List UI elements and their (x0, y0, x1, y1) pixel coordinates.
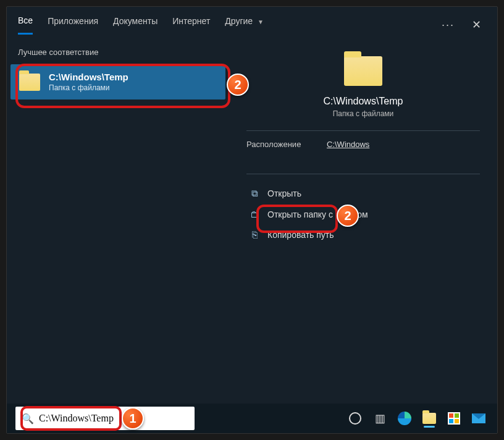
chevron-down-icon: ▼ (258, 19, 264, 25)
search-result-item[interactable]: C:\Windows\Temp Папка с файлами (10, 64, 225, 99)
taskview-button[interactable] (345, 408, 365, 428)
open-icon: ⧉ (249, 188, 260, 199)
tab-internet[interactable]: Интернет (172, 16, 210, 33)
more-options-button[interactable]: ··· (442, 19, 455, 32)
location-label: Расположение (246, 140, 327, 149)
close-button[interactable]: ✕ (472, 18, 481, 32)
search-filter-tabs: Все Приложения Документы Интернет Другие… (7, 7, 497, 35)
preview-subtitle: Папка с файлами (333, 109, 394, 118)
location-row: Расположение C:\Windows (246, 140, 480, 149)
tab-all[interactable]: Все (18, 15, 33, 35)
results-pane: Лучшее соответствие C:\Windows\Temp Папк… (7, 35, 229, 404)
ms-store-app-icon[interactable] (444, 408, 464, 428)
copy-icon: ⎘ (249, 229, 260, 240)
taskbar-search-box[interactable]: 🔍 (15, 407, 195, 430)
action-copy-path[interactable]: ⎘ Копировать путь (246, 224, 480, 245)
tab-documents[interactable]: Документы (113, 16, 158, 33)
file-explorer-app-icon[interactable] (419, 408, 439, 428)
tab-apps[interactable]: Приложения (48, 16, 98, 33)
divider (246, 174, 480, 174)
divider (246, 130, 480, 131)
action-open[interactable]: ⧉ Открыть (246, 183, 480, 204)
timeline-button[interactable]: ▥ (370, 408, 390, 428)
result-subtitle: Папка с файлами (49, 83, 128, 92)
search-icon: 🔍 (22, 413, 34, 425)
result-title: C:\Windows\Temp (49, 72, 128, 82)
folder-icon (19, 74, 40, 91)
mail-app-icon[interactable] (469, 408, 489, 428)
preview-pane: C:\Windows\Temp Папка с файлами Располож… (229, 35, 497, 404)
open-folder-icon: 🗀 (249, 209, 260, 219)
search-panel: Все Приложения Документы Интернет Другие… (6, 6, 498, 434)
taskbar: 🔍 ▥ (7, 404, 497, 433)
folder-icon-large (344, 56, 382, 86)
action-open-folder-label: Открыть папку с файлом (267, 209, 368, 219)
preview-title: C:\Windows\Temp (324, 96, 403, 107)
location-link[interactable]: C:\Windows (327, 140, 369, 149)
search-input[interactable] (39, 413, 188, 424)
action-open-folder[interactable]: 🗀 Открыть папку с файлом (246, 204, 480, 224)
action-open-label: Открыть (267, 188, 301, 198)
tab-other-label: Другие (225, 16, 253, 26)
action-copy-path-label: Копировать путь (267, 230, 334, 240)
tab-other[interactable]: Другие ▼ (225, 16, 264, 33)
best-match-label: Лучшее соответствие (7, 48, 229, 64)
edge-app-icon[interactable] (395, 408, 414, 428)
